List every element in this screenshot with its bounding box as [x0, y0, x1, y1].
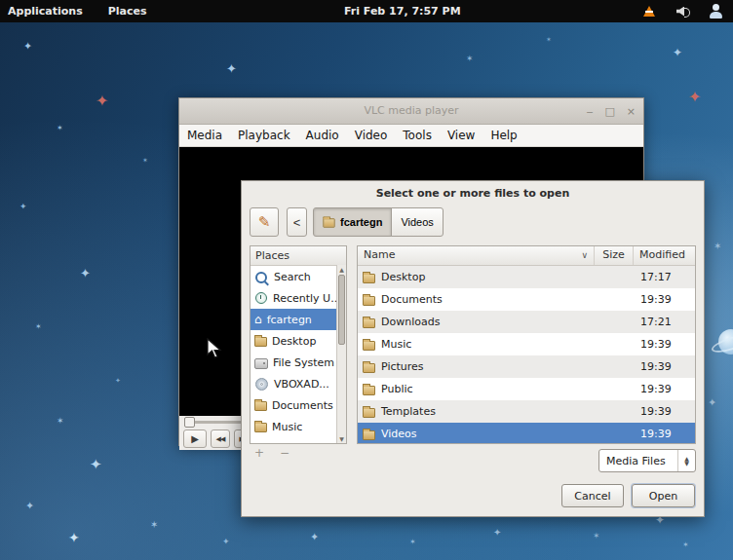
file-row-public[interactable]: Public 19:39: [358, 378, 695, 400]
vlc-titlebar[interactable]: VLC media player ‒ □ ×: [179, 98, 643, 125]
star-decoration: [19, 203, 27, 211]
menu-video[interactable]: Video: [347, 125, 396, 146]
dialog-title: Select one or more files to open: [242, 187, 704, 200]
file-row-downloads[interactable]: Downloads 17:21: [358, 311, 695, 333]
star-decoration: [150, 520, 158, 530]
file-name: Documents: [381, 293, 443, 306]
sidebar-scrollbar[interactable]: ▲ ▼: [336, 265, 346, 443]
star-decoration: [708, 397, 716, 408]
menu-playback[interactable]: Playback: [230, 125, 298, 146]
sidebar-item-search[interactable]: Search: [251, 266, 346, 287]
sidebar-item-label: Desktop: [272, 335, 316, 348]
file-name: Desktop: [381, 271, 425, 283]
sidebar-item-home[interactable]: ⌂ fcartegn: [251, 309, 346, 330]
volume-icon[interactable]: [676, 6, 686, 18]
star-decoration: [310, 532, 319, 542]
vlc-menubar: Media Playback Audio Video Tools View He…: [179, 125, 643, 147]
places-header: Places: [251, 246, 346, 266]
sidebar-item-desktop[interactable]: Desktop: [251, 330, 346, 352]
star-decoration: [593, 532, 600, 541]
folder-icon: [363, 274, 375, 283]
play-button[interactable]: ▶: [183, 429, 207, 448]
pencil-icon: ✎: [258, 213, 271, 231]
breadcrumb-videos[interactable]: Videos: [391, 207, 443, 237]
breadcrumb-home[interactable]: fcartegn: [313, 207, 392, 237]
file-row-documents[interactable]: Documents 19:39: [358, 288, 695, 311]
file-modified: 17:21: [633, 316, 695, 328]
search-icon: [255, 272, 267, 283]
vlc-tray-icon[interactable]: [643, 6, 655, 17]
menu-tools[interactable]: Tools: [395, 125, 440, 146]
home-icon: ⌂: [254, 314, 262, 325]
folder-icon: [363, 430, 375, 440]
file-name: Downloads: [381, 316, 440, 328]
star-decoration: [409, 539, 416, 546]
maximize-button[interactable]: □: [604, 105, 614, 118]
sidebar-item-label: Search: [274, 271, 311, 283]
applications-menu[interactable]: Applications: [8, 5, 83, 18]
remove-place-button[interactable]: −: [277, 446, 292, 460]
sidebar-item-filesystem[interactable]: File System: [251, 352, 346, 373]
star-decoration: [90, 458, 102, 472]
sidebar-item-label: Documents: [272, 399, 333, 412]
column-name-label: Name: [364, 248, 395, 261]
sidebar-item-label: Recently U...: [273, 292, 341, 305]
file-row-music[interactable]: Music 19:39: [358, 333, 695, 355]
menu-media[interactable]: Media: [179, 125, 230, 146]
seek-handle[interactable]: [184, 417, 195, 428]
disc-icon: [255, 378, 268, 391]
scroll-up-icon[interactable]: ▲: [337, 266, 346, 273]
places-menu[interactable]: Places: [108, 5, 147, 18]
file-modified: 19:39: [633, 405, 695, 418]
previous-button[interactable]: ◀◀: [211, 429, 230, 448]
menu-view[interactable]: View: [440, 125, 482, 146]
menu-audio[interactable]: Audio: [298, 125, 347, 146]
file-modified: 19:39: [633, 338, 695, 351]
menu-help[interactable]: Help: [482, 125, 524, 146]
file-modified: 19:39: [633, 383, 695, 395]
clock[interactable]: Fri Feb 17, 7:57 PM: [344, 0, 461, 22]
star-decoration: [68, 531, 80, 544]
scrollbar-thumb[interactable]: [338, 275, 345, 345]
file-list: Name ∨ Size Modified Desktop 17:17 Docum…: [357, 245, 696, 444]
star-decoration: [688, 90, 701, 105]
sidebar-item-documents[interactable]: Documents: [251, 394, 346, 416]
star-decoration: [25, 501, 34, 511]
column-size[interactable]: Size: [594, 246, 633, 265]
open-button[interactable]: Open: [632, 484, 695, 507]
file-name: Music: [381, 338, 411, 351]
breadcrumb-home-label: fcartegn: [340, 216, 382, 228]
star-decoration: [682, 541, 689, 549]
file-type-filter[interactable]: Media Files ▲▼: [598, 449, 696, 472]
folder-icon: [363, 296, 375, 306]
add-place-button[interactable]: +: [251, 446, 267, 460]
drive-icon: [254, 358, 268, 369]
star-decoration: [673, 47, 682, 58]
star-decoration: [493, 528, 501, 538]
type-filename-button[interactable]: ✎: [250, 207, 279, 237]
star-decoration: [142, 158, 148, 165]
user-menu-icon[interactable]: [708, 4, 723, 19]
file-row-pictures[interactable]: Pictures 19:39: [358, 355, 695, 378]
minimize-button[interactable]: ‒: [586, 105, 593, 118]
file-row-videos[interactable]: Videos 19:39: [358, 423, 695, 444]
column-modified[interactable]: Modified: [633, 246, 695, 265]
folder-icon: [363, 408, 375, 418]
sidebar-item-music[interactable]: Music: [251, 416, 346, 437]
file-name: Public: [381, 383, 413, 395]
sidebar-item-vboxadditions[interactable]: VBOXAD...: [251, 373, 346, 394]
places-actions: + −: [251, 446, 292, 460]
sidebar-item-label: VBOXAD...: [274, 378, 329, 391]
star-decoration: [35, 323, 42, 331]
column-name[interactable]: Name ∨: [358, 246, 594, 265]
file-row-desktop[interactable]: Desktop 17:17: [358, 266, 695, 288]
close-button[interactable]: ×: [627, 105, 636, 118]
sidebar-item-recent[interactable]: Recently U...: [251, 287, 346, 309]
star-decoration: [57, 417, 64, 426]
cancel-button[interactable]: Cancel: [561, 484, 624, 507]
file-row-templates[interactable]: Templates 19:39: [358, 400, 695, 423]
folder-icon: [254, 337, 267, 347]
back-button[interactable]: <: [287, 207, 307, 237]
file-name: Videos: [381, 428, 417, 440]
scroll-down-icon[interactable]: ▼: [337, 435, 346, 442]
